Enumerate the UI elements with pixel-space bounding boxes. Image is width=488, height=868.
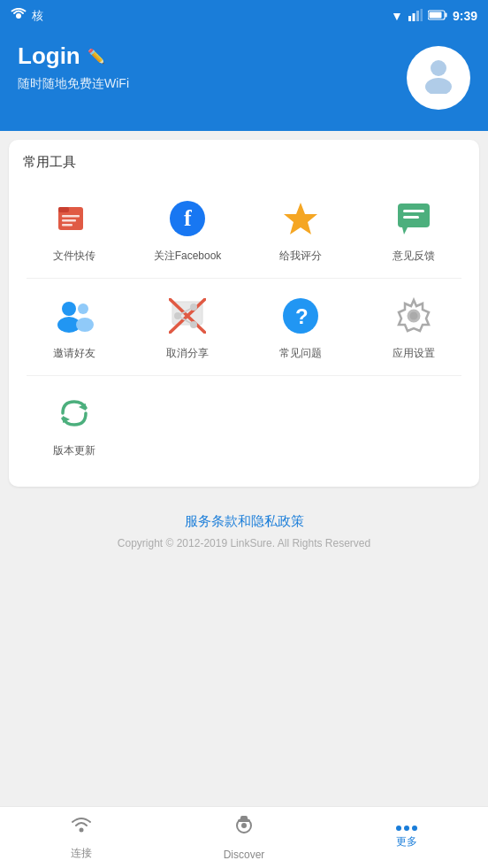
update-label: 版本更新 — [53, 443, 95, 458]
more-icon — [396, 826, 417, 831]
feedback-label: 意见反馈 — [393, 249, 435, 264]
footer-section: 服务条款和隐私政策 Copyright © 2012-2019 LinkSure… — [0, 495, 488, 557]
battery-icon — [428, 9, 447, 23]
nav-connect-label: 连接 — [71, 846, 92, 861]
settings-icon — [391, 293, 437, 339]
svg-rect-14 — [62, 224, 72, 227]
connect-icon — [70, 814, 93, 842]
facebook-label: 关注Facebook — [154, 249, 222, 264]
svg-point-24 — [78, 303, 88, 314]
tool-update[interactable]: 版本更新 — [18, 380, 131, 469]
login-row: Login ✏️ — [18, 42, 129, 70]
tools-card: 常用工具 文件快传 — [9, 140, 479, 487]
app-name-status: 核 — [32, 8, 43, 24]
avatar[interactable] — [407, 46, 470, 110]
header: Login ✏️ 随时随地免费连WiFi — [0, 32, 488, 131]
main-content: 常用工具 文件快传 — [0, 140, 488, 557]
svg-rect-13 — [62, 219, 76, 222]
settings-label: 应用设置 — [393, 346, 435, 361]
tool-feedback[interactable]: 意见反馈 — [357, 185, 470, 274]
cancel-share-label: 取消分享 — [166, 346, 209, 361]
svg-point-42 — [241, 823, 247, 828]
faq-label: 常见问题 — [279, 346, 322, 361]
svg-rect-3 — [416, 11, 419, 21]
edit-icon[interactable]: ✏️ — [88, 48, 105, 65]
invite-label: 邀请好友 — [53, 346, 95, 361]
signal-icon — [11, 8, 27, 25]
copyright: Copyright © 2012-2019 LinkSure. All Righ… — [14, 537, 474, 549]
invite-icon — [51, 293, 97, 339]
nav-more[interactable]: 更多 — [325, 818, 488, 856]
svg-point-25 — [76, 318, 94, 332]
faq-icon: ? — [278, 293, 324, 339]
nav-connect[interactable]: 连接 — [0, 807, 163, 868]
svg-rect-6 — [445, 13, 446, 18]
tool-file-transfer[interactable]: 文件快传 — [18, 185, 131, 274]
svg-text:?: ? — [295, 304, 309, 328]
wifi-status-icon: ▼ — [391, 9, 403, 23]
svg-rect-11 — [58, 207, 69, 212]
svg-point-8 — [431, 60, 446, 76]
tool-faq[interactable]: ? 常见问题 — [244, 282, 357, 372]
svg-rect-20 — [403, 210, 424, 212]
tool-cancel-share[interactable]: 取消分享 — [131, 282, 244, 372]
nav-discover[interactable]: Discover — [163, 808, 325, 868]
status-bar: 核 ▼ 9:39 — [0, 0, 488, 32]
svg-point-40 — [80, 828, 84, 833]
svg-rect-44 — [240, 816, 248, 820]
svg-rect-2 — [412, 13, 415, 21]
time-display: 9:39 — [453, 9, 477, 23]
status-left: 核 — [11, 8, 43, 25]
file-transfer-icon — [51, 196, 97, 242]
svg-text:f: f — [184, 205, 192, 231]
svg-marker-19 — [402, 227, 408, 234]
nav-more-label: 更多 — [396, 834, 417, 849]
rate-label: 给我评分 — [279, 249, 322, 264]
svg-point-9 — [425, 78, 452, 94]
section-title: 常用工具 — [18, 154, 470, 171]
tool-settings[interactable]: 应用设置 — [357, 282, 470, 372]
signal-bars-icon — [408, 9, 423, 24]
discover-icon — [232, 815, 256, 845]
nav-discover-label: Discover — [224, 849, 265, 861]
feedback-icon — [391, 196, 437, 242]
login-title[interactable]: Login — [18, 42, 80, 70]
status-right: ▼ 9:39 — [391, 9, 477, 24]
rate-icon — [278, 196, 324, 242]
svg-point-22 — [62, 302, 76, 316]
svg-rect-21 — [403, 216, 419, 219]
svg-rect-7 — [429, 12, 441, 19]
tool-rate[interactable]: 给我评分 — [244, 185, 357, 274]
svg-point-0 — [16, 13, 21, 19]
tools-grid: 文件快传 f 关注Facebook 给我评分 — [18, 185, 470, 274]
svg-rect-4 — [420, 9, 423, 21]
svg-marker-17 — [284, 203, 317, 234]
tool-invite[interactable]: 邀请好友 — [18, 282, 131, 372]
tools-grid-row2: 邀请好友 取消分享 — [18, 282, 470, 372]
svg-rect-1 — [408, 16, 411, 21]
update-icon — [51, 390, 97, 436]
svg-rect-18 — [398, 204, 430, 227]
svg-rect-12 — [62, 215, 80, 218]
tool-facebook[interactable]: f 关注Facebook — [131, 185, 244, 274]
privacy-link[interactable]: 服务条款和隐私政策 — [185, 513, 304, 528]
header-left: Login ✏️ 随时随地免费连WiFi — [18, 42, 129, 92]
tools-grid-row3: 版本更新 — [18, 380, 470, 469]
bottom-nav: 连接 Discover 更多 — [0, 806, 488, 868]
cancel-share-icon — [164, 293, 210, 339]
avatar-icon — [418, 53, 459, 103]
header-subtitle: 随时随地免费连WiFi — [18, 76, 129, 90]
file-transfer-label: 文件快传 — [53, 249, 95, 264]
facebook-icon: f — [164, 196, 210, 242]
